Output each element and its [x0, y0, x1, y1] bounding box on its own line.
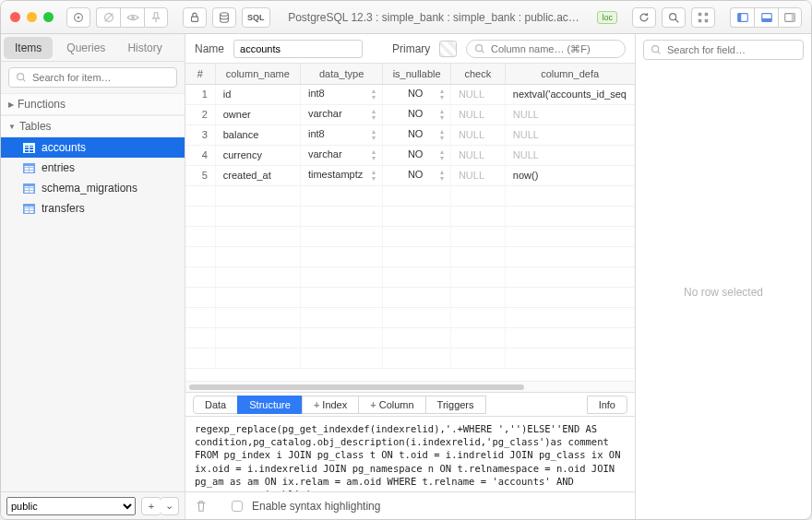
- table-row[interactable]: 5created_attimestamptz▴▾NO▴▾NULLnow(): [185, 165, 635, 185]
- column-search-input[interactable]: [491, 43, 618, 54]
- stepper-icon[interactable]: ▴▾: [440, 169, 443, 182]
- cell-data-type[interactable]: int8▴▾: [300, 124, 382, 145]
- table-row[interactable]: 2ownervarchar▴▾NO▴▾NULLNULL: [185, 104, 635, 124]
- target-icon[interactable]: [66, 7, 90, 28]
- hide-icon[interactable]: [96, 7, 120, 28]
- columns-grid[interactable]: # column_name data_type is_nullable chec…: [185, 64, 635, 381]
- cell-column-name[interactable]: created_at: [215, 165, 300, 185]
- inspector-search-input[interactable]: [667, 44, 797, 55]
- stepper-icon[interactable]: ▴▾: [440, 128, 443, 141]
- col-default[interactable]: column_defa: [505, 64, 634, 84]
- table-icon: [23, 183, 35, 194]
- primary-key-swatch[interactable]: [439, 41, 457, 57]
- eye-icon[interactable]: [120, 7, 144, 28]
- group-functions[interactable]: ▶Functions: [1, 93, 185, 115]
- cell-nullable[interactable]: NO▴▾: [383, 165, 451, 185]
- svg-point-4: [131, 16, 135, 19]
- stepper-icon[interactable]: ▴▾: [372, 88, 375, 100]
- col-index[interactable]: #: [185, 64, 215, 84]
- add-menu-chevron-icon[interactable]: ⌄: [161, 497, 179, 515]
- table-accounts[interactable]: accounts: [1, 137, 185, 158]
- tab-column[interactable]: +Column: [358, 396, 425, 414]
- scrollbar-thumb[interactable]: [189, 384, 524, 390]
- table-transfers[interactable]: transfers: [1, 198, 185, 219]
- panel-bottom-icon[interactable]: [754, 7, 778, 28]
- col-type[interactable]: data_type: [300, 64, 382, 84]
- sidebar-footer: public + ⌄: [1, 491, 185, 519]
- table-row[interactable]: 3balanceint8▴▾NO▴▾NULLNULL: [185, 124, 635, 145]
- cell-nullable[interactable]: NO▴▾: [383, 124, 451, 145]
- cell-column-name[interactable]: owner: [215, 104, 300, 124]
- panel-left-icon[interactable]: [730, 7, 754, 28]
- col-name[interactable]: column_name: [215, 64, 300, 84]
- col-nullable[interactable]: is_nullable: [383, 64, 451, 84]
- cell-index: 2: [185, 104, 215, 124]
- table-schema-migrations[interactable]: schema_migrations: [1, 178, 185, 198]
- stepper-icon[interactable]: ▴▾: [372, 128, 375, 141]
- column-search[interactable]: [466, 40, 626, 58]
- cell-nullable[interactable]: NO▴▾: [383, 104, 451, 124]
- reload-icon[interactable]: [632, 7, 656, 28]
- sidebar-search-input[interactable]: [32, 72, 171, 83]
- tab-data[interactable]: Data: [193, 396, 238, 414]
- group-tables[interactable]: ▼Tables: [1, 115, 185, 137]
- cell-check[interactable]: NULL: [450, 104, 505, 124]
- minimize-window[interactable]: [27, 12, 37, 22]
- stepper-icon[interactable]: ▴▾: [372, 148, 375, 161]
- table-row-empty: [185, 287, 635, 307]
- sidebar-search[interactable]: [8, 67, 177, 88]
- cell-default[interactable]: NULL: [505, 104, 634, 124]
- cell-data-type[interactable]: timestamptz▴▾: [300, 165, 382, 185]
- tab-triggers[interactable]: Triggers: [425, 396, 486, 414]
- horizontal-scrollbar[interactable]: [185, 381, 635, 392]
- sidebar-tab-queries[interactable]: Queries: [55, 34, 116, 61]
- stepper-icon[interactable]: ▴▾: [372, 169, 375, 182]
- stepper-icon[interactable]: ▴▾: [440, 148, 443, 161]
- trash-icon[interactable]: [195, 500, 208, 513]
- database-icon[interactable]: [212, 7, 236, 28]
- cell-data-type[interactable]: varchar▴▾: [300, 104, 382, 124]
- table-entries[interactable]: entries: [1, 158, 185, 178]
- cell-check[interactable]: NULL: [450, 165, 505, 185]
- tab-structure[interactable]: Structure: [237, 396, 303, 414]
- add-button[interactable]: +: [141, 497, 161, 515]
- panel-right-icon[interactable]: [778, 7, 802, 28]
- chevron-down-icon: ▼: [8, 123, 16, 131]
- cell-column-name[interactable]: balance: [215, 124, 300, 145]
- cell-data-type[interactable]: int8▴▾: [300, 84, 382, 104]
- search-icon[interactable]: [662, 7, 686, 28]
- cell-column-name[interactable]: currency: [215, 145, 300, 165]
- cell-data-type[interactable]: varchar▴▾: [300, 145, 382, 165]
- sql-button[interactable]: SQL: [242, 7, 270, 28]
- stepper-icon[interactable]: ▴▾: [372, 108, 375, 121]
- syntax-highlight-checkbox[interactable]: [232, 501, 243, 512]
- cell-default[interactable]: NULL: [505, 124, 634, 145]
- inspector-search[interactable]: [643, 40, 804, 60]
- schema-selector[interactable]: public: [6, 497, 136, 515]
- tab-index[interactable]: +Index: [302, 396, 359, 414]
- zoom-window[interactable]: [43, 12, 54, 22]
- pin-icon[interactable]: [144, 7, 168, 28]
- cell-check[interactable]: NULL: [450, 124, 505, 145]
- sidebar-tab-history[interactable]: History: [116, 34, 173, 61]
- table-row[interactable]: 1idint8▴▾NO▴▾NULLnextval('accounts_id_se…: [185, 84, 635, 104]
- cell-default[interactable]: now(): [505, 165, 634, 185]
- grid-icon[interactable]: [691, 7, 715, 28]
- table-name-input[interactable]: [233, 40, 363, 58]
- stepper-icon[interactable]: ▴▾: [440, 108, 443, 121]
- cell-column-name[interactable]: id: [215, 84, 300, 104]
- svg-line-8: [675, 18, 679, 22]
- stepper-icon[interactable]: ▴▾: [440, 88, 443, 100]
- table-row[interactable]: 4currencyvarchar▴▾NO▴▾NULLNULL: [185, 145, 635, 165]
- col-check[interactable]: check: [450, 64, 505, 84]
- cell-default[interactable]: nextval('accounts_id_seq: [505, 84, 634, 104]
- cell-check[interactable]: NULL: [450, 84, 505, 104]
- cell-check[interactable]: NULL: [450, 145, 505, 165]
- close-window[interactable]: [10, 12, 20, 22]
- cell-nullable[interactable]: NO▴▾: [383, 145, 451, 165]
- sidebar-tab-items[interactable]: Items: [4, 37, 53, 59]
- cell-default[interactable]: NULL: [505, 145, 634, 165]
- lock-icon[interactable]: [183, 7, 207, 28]
- cell-nullable[interactable]: NO▴▾: [383, 84, 451, 104]
- tab-info[interactable]: Info: [587, 396, 627, 414]
